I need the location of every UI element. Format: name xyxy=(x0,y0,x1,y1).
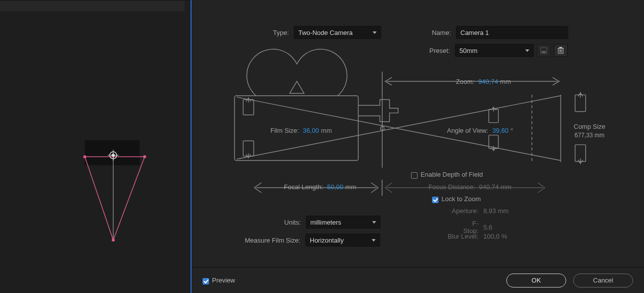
camera-gizmo-preview xyxy=(82,140,147,245)
blur-level-label: Blur Level: xyxy=(447,233,478,240)
svg-point-6 xyxy=(143,155,146,158)
svg-line-3 xyxy=(113,157,145,240)
measure-film-size-select[interactable]: Horizontally xyxy=(305,234,380,247)
camera-diagram xyxy=(226,43,644,168)
viewer-panel xyxy=(0,0,191,293)
preview-checkbox[interactable] xyxy=(203,278,209,285)
angle-of-view-label: Angle of View: xyxy=(447,127,488,134)
zoom-label: Zoom: xyxy=(456,78,474,85)
dialog-footer: Preview OK Cancel xyxy=(192,267,644,293)
aperture-label: Aperture: xyxy=(451,207,478,215)
name-input[interactable]: Camera 1 xyxy=(456,26,568,39)
chevron-down-icon xyxy=(372,239,376,242)
fstop-value: 5,6 xyxy=(483,224,492,231)
units-label: Units: xyxy=(261,219,301,226)
preview-label: Preview xyxy=(212,277,235,284)
film-size-value[interactable]: 36,00 xyxy=(303,127,319,134)
camera-settings-dialog: Type: Two-Node Camera Name: Camera 1 Pre… xyxy=(192,0,644,293)
chevron-down-icon xyxy=(372,221,376,224)
focus-distance-value: 940,74 mm xyxy=(479,183,511,191)
type-label: Type: xyxy=(266,29,289,36)
svg-point-7 xyxy=(112,239,115,242)
focus-distance-label: Focus Distance: xyxy=(429,183,475,191)
focal-length-label: Focal Length: xyxy=(284,183,323,191)
svg-marker-21 xyxy=(290,81,304,93)
units-select[interactable]: millimeters xyxy=(306,216,381,229)
aperture-value: 8,93 mm xyxy=(483,207,509,215)
enable-dof-checkbox[interactable] xyxy=(411,172,418,179)
focal-length-value[interactable]: 50,00 xyxy=(327,183,344,191)
lock-to-zoom-checkbox[interactable] xyxy=(432,197,438,203)
chevron-down-icon xyxy=(373,31,377,34)
ok-button[interactable]: OK xyxy=(506,274,566,288)
enable-dof-label: Enable Depth of Field xyxy=(421,171,483,178)
measure-film-size-label: Measure Film Size: xyxy=(232,237,300,244)
type-select[interactable]: Two-Node Camera xyxy=(294,26,381,39)
cancel-button[interactable]: Cancel xyxy=(573,274,633,288)
svg-line-2 xyxy=(85,157,113,240)
name-label: Name: xyxy=(426,29,451,36)
comp-size-group: Comp Size 677,33 mm xyxy=(574,123,606,139)
lock-to-zoom-label: Lock to Zoom xyxy=(441,195,481,203)
zoom-value[interactable]: 940,74 xyxy=(478,78,498,85)
blur-level-value: 100,0 % xyxy=(483,233,507,240)
svg-rect-0 xyxy=(85,140,140,165)
film-size-label: Film Size: xyxy=(270,127,299,134)
svg-point-5 xyxy=(83,155,86,158)
angle-of-view-value[interactable]: 39,60 xyxy=(492,127,509,134)
